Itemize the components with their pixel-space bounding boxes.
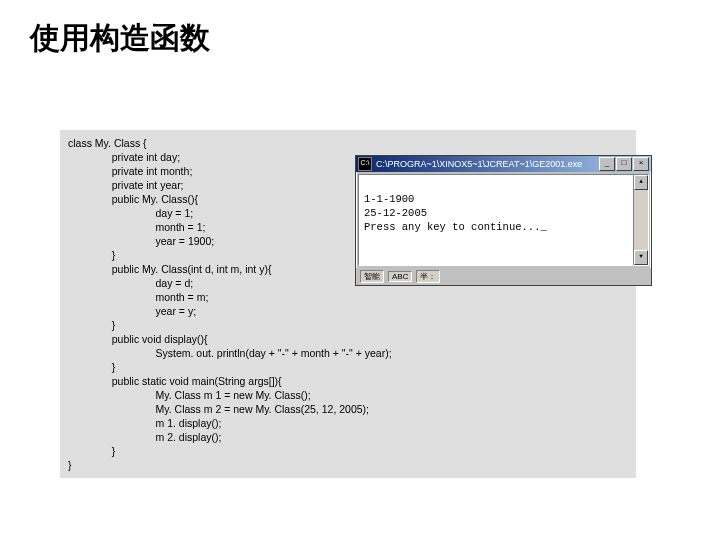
maximize-button[interactable]: □ <box>616 157 632 171</box>
titlebar-buttons: _ □ × <box>599 157 649 171</box>
ime-mode-1[interactable]: 智能 <box>360 270 384 283</box>
scroll-down-button[interactable]: ▼ <box>634 250 648 265</box>
ime-bar: 智能 ABC 半： <box>356 268 651 285</box>
slide-title: 使用构造函数 <box>0 0 720 59</box>
cmd-icon: C:\ <box>358 157 372 171</box>
output-line-2: 25-12-2005 <box>364 207 427 219</box>
window-title: C:\PROGRA~1\XINOX5~1\JCREAT~1\GE2001.exe <box>376 159 599 169</box>
output-line-3: Press any key to continue..._ <box>364 221 547 233</box>
ime-mode-3[interactable]: 半： <box>416 270 440 283</box>
ime-mode-2[interactable]: ABC <box>388 271 412 282</box>
scroll-up-button[interactable]: ▲ <box>634 175 648 190</box>
output-line-1: 1-1-1900 <box>364 193 414 205</box>
console-body: 1-1-1900 25-12-2005 Press any key to con… <box>358 174 649 266</box>
vertical-scrollbar[interactable]: ▲ ▼ <box>633 175 648 265</box>
minimize-button[interactable]: _ <box>599 157 615 171</box>
console-window: C:\ C:\PROGRA~1\XINOX5~1\JCREAT~1\GE2001… <box>355 155 652 286</box>
close-button[interactable]: × <box>633 157 649 171</box>
titlebar: C:\ C:\PROGRA~1\XINOX5~1\JCREAT~1\GE2001… <box>356 156 651 172</box>
